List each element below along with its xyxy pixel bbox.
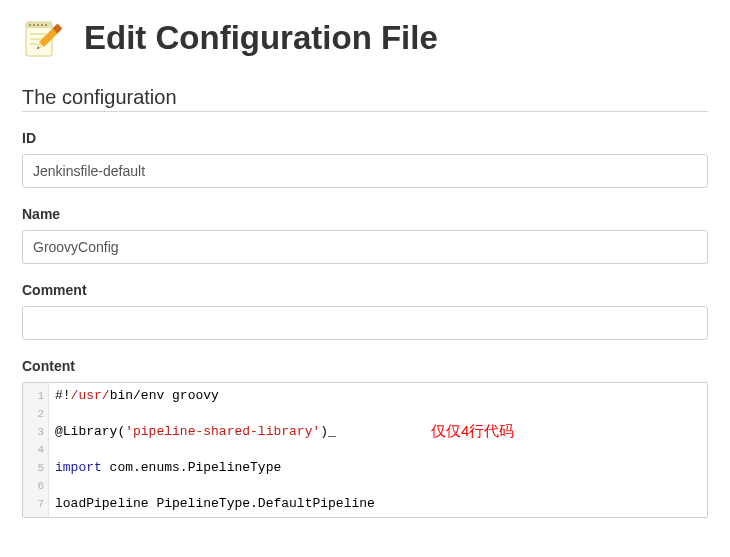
input-id[interactable]: [22, 154, 708, 188]
code-line[interactable]: @Library('pipeline-shared-library')_: [55, 423, 701, 441]
code-line[interactable]: [55, 477, 701, 495]
code-line[interactable]: loadPipeline PipelineType.DefaultPipelin…: [55, 495, 701, 513]
code-line[interactable]: [55, 441, 701, 459]
svg-point-5: [41, 24, 43, 26]
code-editor[interactable]: 1234567 #!/usr/bin/env groovy @Library('…: [22, 382, 708, 518]
field-name: Name: [22, 206, 708, 264]
field-id: ID: [22, 130, 708, 188]
gutter-line: 7: [23, 495, 44, 513]
gutter-line: 2: [23, 405, 44, 423]
code-line[interactable]: import com.enums.PipelineType: [55, 459, 701, 477]
gutter-line: 5: [23, 459, 44, 477]
svg-point-2: [29, 24, 31, 26]
label-comment: Comment: [22, 282, 708, 298]
input-name[interactable]: [22, 230, 708, 264]
label-id: ID: [22, 130, 708, 146]
page-header: Edit Configuration File: [22, 18, 708, 58]
gutter-line: 1: [23, 387, 44, 405]
code-body[interactable]: #!/usr/bin/env groovy @Library('pipeline…: [49, 383, 707, 517]
gutter-line: 3: [23, 423, 44, 441]
field-comment: Comment: [22, 282, 708, 340]
section-title: The configuration: [22, 86, 708, 112]
notepad-edit-icon: [22, 18, 62, 58]
svg-point-3: [33, 24, 35, 26]
code-line[interactable]: #!/usr/bin/env groovy: [55, 387, 701, 405]
page-title: Edit Configuration File: [84, 19, 438, 57]
label-name: Name: [22, 206, 708, 222]
gutter-line: 6: [23, 477, 44, 495]
input-comment[interactable]: [22, 306, 708, 340]
svg-point-4: [37, 24, 39, 26]
code-gutter: 1234567: [23, 383, 49, 517]
code-line[interactable]: [55, 405, 701, 423]
gutter-line: 4: [23, 441, 44, 459]
field-content: Content 1234567 #!/usr/bin/env groovy @L…: [22, 358, 708, 518]
svg-point-6: [45, 24, 47, 26]
label-content: Content: [22, 358, 708, 374]
